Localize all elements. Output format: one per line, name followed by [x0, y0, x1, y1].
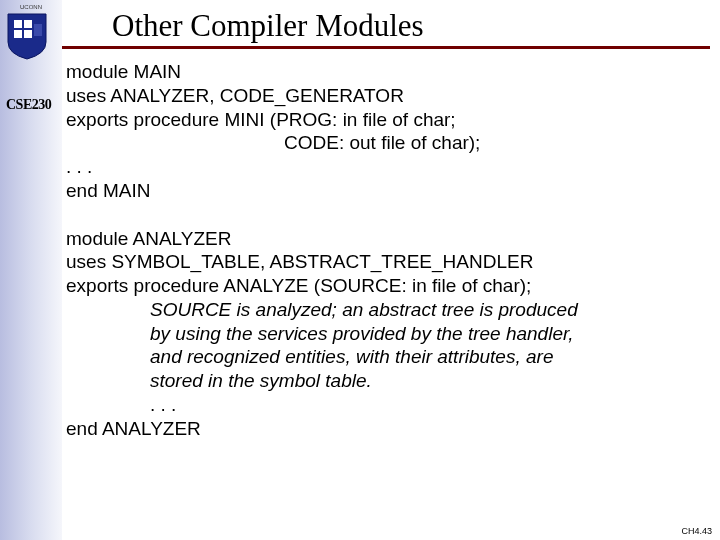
svg-rect-4: [34, 24, 42, 36]
desc-line: and recognized entities, with their attr…: [66, 345, 706, 369]
code-line: module ANALYZER: [66, 227, 706, 251]
institution-name: UCONN: [6, 4, 56, 10]
shield-icon: [6, 12, 48, 60]
desc-line: by using the services provided by the tr…: [66, 322, 706, 346]
institution-logo: UCONN: [6, 4, 56, 64]
code-line: uses SYMBOL_TABLE, ABSTRACT_TREE_HANDLER: [66, 250, 706, 274]
desc-line: stored in the symbol table.: [66, 369, 706, 393]
slide-number: CH4.43: [681, 526, 712, 536]
course-code: CSE230: [6, 97, 51, 113]
svg-rect-0: [14, 20, 22, 28]
code-line: exports procedure ANALYZE (SOURCE: in fi…: [66, 274, 706, 298]
title-divider: [62, 46, 710, 49]
slide-content: module MAIN uses ANALYZER, CODE_GENERATO…: [66, 60, 706, 440]
sidebar-gradient: [0, 0, 62, 540]
svg-rect-2: [14, 30, 22, 38]
code-line: . . .: [66, 155, 706, 179]
code-line: CODE: out file of char);: [66, 131, 706, 155]
analyzer-module-block: module ANALYZER uses SYMBOL_TABLE, ABSTR…: [66, 227, 706, 441]
page-title: Other Compiler Modules: [112, 8, 424, 44]
svg-rect-3: [24, 30, 32, 38]
code-line: uses ANALYZER, CODE_GENERATOR: [66, 84, 706, 108]
code-line: exports procedure MINI (PROG: in file of…: [66, 108, 706, 132]
code-line: module MAIN: [66, 60, 706, 84]
code-line: . . .: [66, 393, 706, 417]
desc-line: SOURCE is analyzed; an abstract tree is …: [66, 298, 706, 322]
svg-rect-1: [24, 20, 32, 28]
main-module-block: module MAIN uses ANALYZER, CODE_GENERATO…: [66, 60, 706, 203]
code-line: end MAIN: [66, 179, 706, 203]
code-line: end ANALYZER: [66, 417, 706, 441]
